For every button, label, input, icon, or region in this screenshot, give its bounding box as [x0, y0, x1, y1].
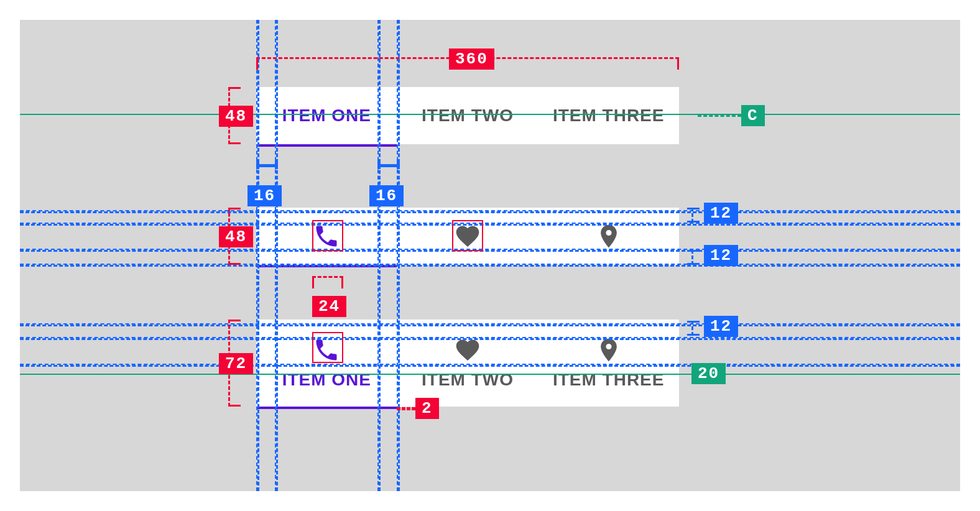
pad-tick-row3-top [691, 321, 693, 336]
pad-tick-r1 [377, 159, 381, 169]
guide-row2-bottom [20, 264, 960, 267]
guide-v-pad-right [377, 20, 381, 491]
icon-size-bracket [312, 276, 343, 283]
tab-item-three[interactable]: ITEM THREE [538, 87, 679, 144]
guide-row2-icon-bottom [20, 249, 960, 252]
pad-tick-row2-bot [691, 250, 693, 265]
measure-indicator: 2 [415, 398, 439, 419]
tab-item-two-combo[interactable]: ITEM TWO [397, 320, 539, 407]
tab-label: ITEM ONE [282, 106, 371, 126]
measure-width: 360 [449, 48, 494, 70]
pad-tick-r2 [397, 159, 400, 169]
measure-height-row2: 48 [219, 226, 253, 247]
tab-label: ITEM THREE [553, 370, 665, 390]
pad-tick-row2-top [691, 208, 693, 223]
centerline-label: C [741, 105, 765, 126]
measure-pad-left: 16 [247, 185, 282, 206]
guide-row2-top [20, 210, 960, 213]
icon-bounds-heart [452, 220, 483, 251]
icon-bounds-phone-combo [312, 332, 343, 363]
measure-row2-bot-pad: 12 [704, 245, 738, 266]
tab-label: ITEM TWO [422, 106, 514, 126]
guide-v-tab1-right [397, 20, 400, 491]
pad-tick-l1 [256, 159, 259, 169]
tab-item-two[interactable]: ITEM TWO [397, 87, 539, 144]
heart-icon [454, 336, 481, 364]
tab-item-three-combo[interactable]: ITEM THREE [538, 320, 679, 407]
measure-row3-top-pad: 12 [704, 316, 738, 337]
pad-tick-l2 [275, 159, 278, 169]
guide-row3-icon-bottom [20, 364, 960, 367]
location-pin-icon [595, 336, 622, 364]
tab-label: ITEM THREE [553, 106, 665, 126]
measure-row3-text-pad: 20 [691, 363, 726, 384]
measure-height-row3: 72 [219, 353, 253, 374]
guide-v-tab-left [256, 20, 259, 491]
centerline-dash [698, 114, 741, 117]
measure-row2-top-pad: 12 [704, 203, 738, 224]
icon-bounds-phone [312, 220, 343, 251]
indicator-thickness-line [397, 407, 415, 410]
tab-label: ITEM ONE [282, 370, 371, 390]
measure-pad-right: 16 [369, 185, 404, 206]
spec-canvas: ITEM ONE ITEM TWO ITEM THREE [20, 20, 960, 491]
guide-row3-icon-top [20, 337, 960, 340]
tab-bar-text-only: ITEM ONE ITEM TWO ITEM THREE [256, 87, 679, 144]
measure-height-row1: 48 [219, 106, 253, 127]
measure-icon-size: 24 [312, 296, 346, 317]
guide-v-pad-left [275, 20, 278, 491]
centerline-row1 [20, 114, 960, 115]
tab-label: ITEM TWO [422, 370, 514, 390]
guide-row3-top [20, 323, 960, 326]
location-pin-icon [595, 223, 622, 250]
guide-row2-icon-top [20, 223, 960, 226]
tab-location[interactable] [538, 208, 679, 265]
centerline-row3-text [20, 374, 960, 375]
